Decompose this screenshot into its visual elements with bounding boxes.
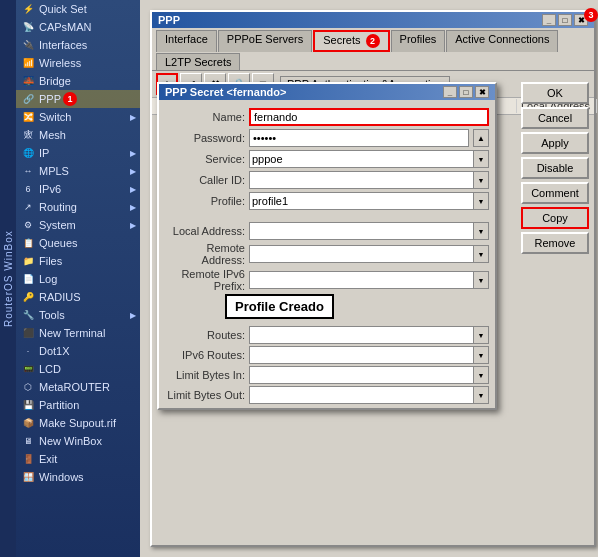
disable-button[interactable]: Disable xyxy=(521,157,589,179)
sidebar-item-dot1x[interactable]: · Dot1X xyxy=(16,342,140,360)
sidebar-item-label: MPLS xyxy=(39,165,69,177)
name-label: Name: xyxy=(165,111,245,123)
sidebar-item-make-supout[interactable]: 📦 Make Supout.rif xyxy=(16,414,140,432)
secrets-badge: 2 xyxy=(366,34,380,48)
sidebar-item-new-terminal[interactable]: ⬛ New Terminal xyxy=(16,324,140,342)
tab-active-connections[interactable]: Active Connections xyxy=(446,30,558,52)
sidebar-item-ppp[interactable]: 🔗 PPP 1 xyxy=(16,90,140,108)
profile-label: Profile: xyxy=(165,195,245,207)
sidebar-item-queues[interactable]: 📋 Queues xyxy=(16,234,140,252)
dialog-buttons: OK Cancel Apply Disable Comment Copy Rem… xyxy=(521,82,589,254)
limit-in-arrow[interactable]: ▼ xyxy=(473,366,489,384)
tab-l2tp-secrets[interactable]: L2TP Secrets xyxy=(156,53,240,70)
minimize-button[interactable]: _ xyxy=(542,14,556,26)
remote-ipv6-wrap: ▼ xyxy=(249,271,489,289)
sidebar-item-label: Partition xyxy=(39,399,79,411)
lower-fields: Local Address: ▼ Remote Address: ▼ Remot… xyxy=(159,218,495,408)
sidebar-item-mesh[interactable]: 🕸 Mesh xyxy=(16,126,140,144)
limit-bytes-out-input[interactable] xyxy=(249,386,489,404)
service-dropdown-arrow[interactable]: ▼ xyxy=(473,150,489,168)
apply-button[interactable]: Apply xyxy=(521,132,589,154)
routes-label: Routes: xyxy=(165,329,245,341)
sidebar-item-label: Quick Set xyxy=(39,3,87,15)
sidebar-item-new-winbox[interactable]: 🖥 New WinBox xyxy=(16,432,140,450)
sidebar-item-bridge[interactable]: 🌉 Bridge xyxy=(16,72,140,90)
service-row: Service: ▼ xyxy=(165,150,489,168)
limit-in-wrap: ▼ xyxy=(249,366,489,384)
routes-arrow[interactable]: ▼ xyxy=(473,326,489,344)
sidebar-item-radius[interactable]: 🔑 RADIUS xyxy=(16,288,140,306)
ppp-icon: 🔗 xyxy=(20,92,36,106)
local-address-input[interactable] xyxy=(249,222,489,240)
remote-address-input[interactable] xyxy=(249,245,489,263)
sidebar-item-quick-set[interactable]: ⚡ Quick Set xyxy=(16,0,140,18)
profile-input[interactable] xyxy=(249,192,489,210)
remote-addr-arrow[interactable]: ▼ xyxy=(473,245,489,263)
secret-dialog-body: Name: Password: ▲ Service: ▼ xyxy=(159,100,495,218)
radius-icon: 🔑 xyxy=(20,290,36,304)
copy-button[interactable]: Copy xyxy=(521,207,589,229)
files-icon: 📁 xyxy=(20,254,36,268)
sidebar-item-interfaces[interactable]: 🔌 Interfaces xyxy=(16,36,140,54)
name-input[interactable] xyxy=(249,108,489,126)
brand-label: RouterOS WinBox xyxy=(0,0,16,557)
sidebar-item-metarouter[interactable]: ⬡ MetaROUTER xyxy=(16,378,140,396)
ppp-window-title: PPP xyxy=(158,14,180,26)
sidebar-item-switch[interactable]: 🔀 Switch ▶ xyxy=(16,108,140,126)
tab-interface[interactable]: Interface xyxy=(156,30,217,52)
comment-button[interactable]: Comment xyxy=(521,182,589,204)
dialog-maximize-button[interactable]: □ xyxy=(459,86,473,98)
dialog-close-button[interactable]: ✖ xyxy=(475,86,489,98)
tab-pppoe-servers[interactable]: PPPoE Servers xyxy=(218,30,312,52)
limit-out-arrow[interactable]: ▼ xyxy=(473,386,489,404)
sidebar-item-files[interactable]: 📁 Files xyxy=(16,252,140,270)
service-input[interactable] xyxy=(249,150,489,168)
remote-ipv6-input[interactable] xyxy=(249,271,489,289)
sidebar-item-ipv6[interactable]: 6 IPv6 ▶ xyxy=(16,180,140,198)
routes-input[interactable] xyxy=(249,326,489,344)
limit-bytes-out-label: Limit Bytes Out: xyxy=(165,389,245,401)
password-toggle[interactable]: ▲ xyxy=(473,129,489,147)
sidebar-item-wireless[interactable]: 📶 Wireless xyxy=(16,54,140,72)
tab-secrets[interactable]: Secrets 2 xyxy=(313,30,389,52)
sidebar-item-routing[interactable]: ↗ Routing ▶ xyxy=(16,198,140,216)
caller-id-dropdown-arrow[interactable]: ▼ xyxy=(473,171,489,189)
main-content: PPP _ □ ✖ Interface PPPoE Servers Secret… xyxy=(140,0,598,557)
sidebar-item-label: Queues xyxy=(39,237,78,249)
sidebar-item-label: IP xyxy=(39,147,49,159)
sidebar-item-ip[interactable]: 🌐 IP ▶ xyxy=(16,144,140,162)
supout-icon: 📦 xyxy=(20,416,36,430)
sidebar-item-label: Bridge xyxy=(39,75,71,87)
dialog-minimize-button[interactable]: _ xyxy=(443,86,457,98)
sidebar-item-system[interactable]: ⚙ System ▶ xyxy=(16,216,140,234)
limit-bytes-in-input[interactable] xyxy=(249,366,489,384)
ipv6-routes-input[interactable] xyxy=(249,346,489,364)
ok-button[interactable]: OK xyxy=(521,82,589,104)
cancel-button[interactable]: Cancel xyxy=(521,107,589,129)
tools-icon: 🔧 xyxy=(20,308,36,322)
local-addr-arrow[interactable]: ▼ xyxy=(473,222,489,240)
password-input[interactable] xyxy=(249,129,469,147)
remote-ipv6-arrow[interactable]: ▼ xyxy=(473,271,489,289)
sidebar-item-label: Interfaces xyxy=(39,39,87,51)
sidebar-item-lcd[interactable]: 📟 LCD xyxy=(16,360,140,378)
sidebar-item-label: System xyxy=(39,219,76,231)
tab-profiles[interactable]: Profiles xyxy=(391,30,446,52)
sidebar-item-exit[interactable]: 🚪 Exit xyxy=(16,450,140,468)
sidebar-item-label: Exit xyxy=(39,453,57,465)
sidebar-item-mpls[interactable]: ↔ MPLS ▶ xyxy=(16,162,140,180)
maximize-button[interactable]: □ xyxy=(558,14,572,26)
sidebar-item-partition[interactable]: 💾 Partition xyxy=(16,396,140,414)
ipv6-routes-arrow[interactable]: ▼ xyxy=(473,346,489,364)
sidebar-item-tools[interactable]: 🔧 Tools ▶ xyxy=(16,306,140,324)
mesh-icon: 🕸 xyxy=(20,128,36,142)
sidebar-item-capsman[interactable]: 📡 CAPsMAN xyxy=(16,18,140,36)
remove-dialog-button[interactable]: Remove xyxy=(521,232,589,254)
profile-dropdown-arrow[interactable]: ▼ xyxy=(473,192,489,210)
sidebar-item-label: RADIUS xyxy=(39,291,81,303)
sidebar-item-log[interactable]: 📄 Log xyxy=(16,270,140,288)
sidebar-item-label: Tools xyxy=(39,309,65,321)
caller-id-input[interactable] xyxy=(249,171,489,189)
ip-icon: 🌐 xyxy=(20,146,36,160)
sidebar-item-windows[interactable]: 🪟 Windows xyxy=(16,468,140,486)
